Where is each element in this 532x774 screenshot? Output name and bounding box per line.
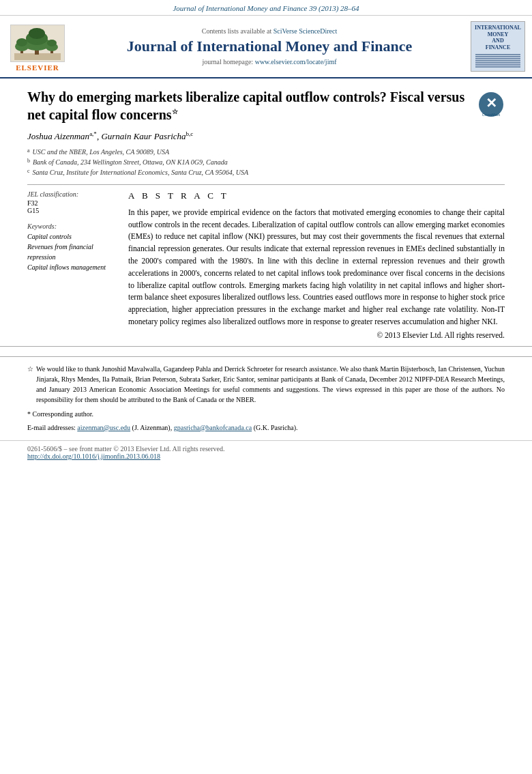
paper-title-text: Why do emerging markets liberalize capit… [27,89,464,122]
footnote-divider [0,346,532,347]
svg-point-11 [47,40,57,46]
email1-author: (J. Aizenman), [132,424,173,431]
abstract-body: In this paper, we provide empirical evid… [128,207,505,328]
sciverse-link: SciVerse ScienceDirect [274,27,338,35]
sciverse-prefix: Contents lists available at [202,27,274,35]
crossmark-badge: ✕ CrossMark [477,91,505,118]
star-marker: ☆ [27,364,33,405]
abstract-column: A B S T R A C T In this paper, we provid… [128,190,505,339]
jel-value-f32: F32 [27,199,116,207]
abstract-copyright: © 2013 Elsevier Ltd. All rights reserved… [128,331,505,339]
keywords-section: Keywords: Capital controls Revenues from… [27,223,116,272]
svg-point-8 [16,38,27,46]
keywords-label: Keywords: [27,223,116,230]
jel-label: JEL classification: [27,190,116,198]
affil2-text: Bank of Canada, 234 Wellington Street, O… [33,157,228,167]
paper-title-star: ☆ [172,109,178,116]
affiliations: a USC and the NBER, Los Angeles, CA 9008… [27,147,505,177]
affil3-text: Santa Cruz, Institute for International … [33,167,248,177]
journal-center-info: Contents lists available at SciVerse Sci… [75,21,464,72]
footer-bar: 0261-5606/$ – see front matter © 2013 El… [0,440,532,464]
sciverse-line: Contents lists available at SciVerse Sci… [202,27,338,35]
email-label: E-mail addresses: [27,424,76,431]
affiliation-2: b Bank of Canada, 234 Wellington Street,… [27,157,505,167]
affil2-sup: b [27,157,30,167]
authors-line: Joshua Aizenmana,*, Gurnain Kaur Pasrich… [27,130,505,142]
keyword-2: Revenues from financial repression [27,242,116,262]
affil1-text: USC and the NBER, Los Angeles, CA 90089,… [33,147,169,157]
top-citation-bar: Journal of International Money and Finan… [0,0,532,16]
jel-section: JEL classification: F32 G15 [27,190,116,214]
paper-content: Why do emerging markets liberalize capit… [0,78,532,345]
affil1-sup: a [27,147,30,157]
star-footnote: ☆ We would like to thank Junoshid Mavalw… [27,364,505,405]
email2-author: (G.K. Pasricha). [254,424,298,431]
journal-thumb-title: INTERNATIONALMONEYANDFINANCE [475,25,521,51]
footnotes-section: ☆ We would like to thank Junoshid Mavalw… [0,356,532,440]
keyword-3: Capital inflows management [27,262,116,272]
section-divider [27,184,505,185]
homepage-label: journal homepage: [202,58,253,66]
footer-issn: 0261-5606/$ – see front matter © 2013 El… [27,445,505,453]
elsevier-tree-image [10,25,65,62]
left-sidebar: JEL classification: F32 G15 Keywords: Ca… [27,190,116,339]
journal-thumb-decoration [474,53,522,68]
author1-name: Joshua Aizenman [27,132,89,142]
elsevier-logo: ELSEVIER [7,21,68,72]
svg-point-5 [29,28,45,39]
abstract-heading: A B S T R A C T [128,190,505,201]
corresponding-note: * Corresponding author. [27,409,505,420]
star-footnote-text: We would like to thank Junoshid Mavalwal… [36,364,505,405]
homepage-url: www.elsevier.com/locate/jimf [255,58,337,66]
jel-value-g15: G15 [27,207,116,214]
email2-link[interactable]: gpasricha@bankofcanada.ca [174,424,252,431]
journal-homepage: journal homepage: www.elsevier.com/locat… [202,58,336,66]
affil3-sup: c [27,167,30,177]
email-note: E-mail addresses: aizenman@usc.edu (J. A… [27,422,505,433]
abstract-area: JEL classification: F32 G15 Keywords: Ca… [27,190,505,339]
author2-sup: b,c [186,130,194,137]
journal-title: Journal of International Money and Finan… [127,38,413,55]
paper-title-section: Why do emerging markets liberalize capit… [27,88,505,124]
paper-title: Why do emerging markets liberalize capit… [27,88,471,124]
author1-sup: a,* [89,130,97,137]
journal-header: ELSEVIER Contents lists available at Sci… [0,16,532,78]
citation-text: Journal of International Money and Finan… [173,4,359,12]
affiliation-1: a USC and the NBER, Los Angeles, CA 9008… [27,147,505,157]
elsevier-brand-text: ELSEVIER [16,63,59,72]
affiliation-3: c Santa Cruz, Institute for Internationa… [27,167,505,177]
author2-name: Gurnain Kaur Pasricha [101,132,186,142]
footer-doi[interactable]: http://dx.doi.org/10.1016/j.jimonfin.201… [27,453,505,460]
keyword-1: Capital controls [27,231,116,242]
email1-link[interactable]: aizenman@usc.edu [77,424,130,431]
svg-text:✕: ✕ [486,96,497,111]
svg-text:CrossMark: CrossMark [482,113,501,117]
journal-thumbnail: INTERNATIONALMONEYANDFINANCE [471,21,525,72]
corresponding-label: * Corresponding author. [27,410,93,418]
